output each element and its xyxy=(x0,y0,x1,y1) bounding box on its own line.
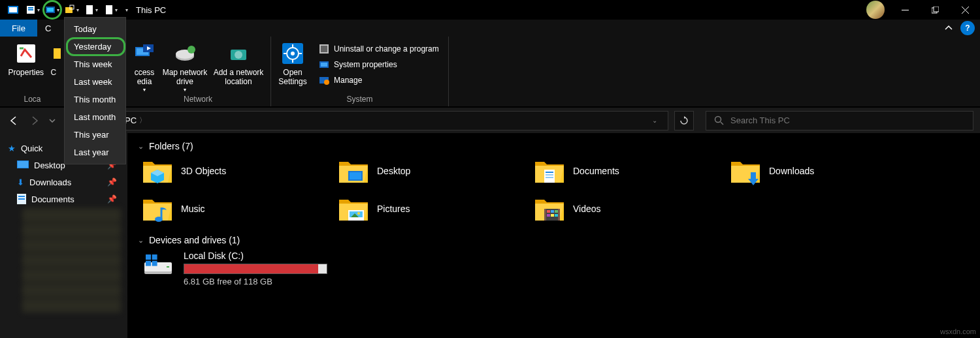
search-icon xyxy=(714,115,724,125)
drives-section-header[interactable]: ⌄ Devices and drives (1) xyxy=(138,235,970,245)
sidebar-item-downloads[interactable]: ⬇ Downloads 📌 xyxy=(8,174,125,191)
folder-icon xyxy=(338,157,369,185)
dropdown-item-today[interactable]: Today xyxy=(65,20,125,38)
folder-music[interactable]: Music xyxy=(142,194,338,223)
collapse-ribbon-button[interactable] xyxy=(939,20,958,37)
svg-point-26 xyxy=(235,51,242,59)
qat-properties-icon[interactable]: ▾ xyxy=(24,1,42,18)
sidebar-item-documents[interactable]: Documents 📌 xyxy=(8,191,125,207)
tab-computer[interactable]: C xyxy=(37,20,53,37)
folder-pictures[interactable]: Pictures xyxy=(338,194,534,223)
qat-doc1-icon[interactable]: ▾ xyxy=(82,1,101,18)
map-network-drive-button[interactable]: Map network drive ▾ xyxy=(162,40,208,93)
map-drive-icon xyxy=(173,42,197,65)
dropdown-item-this-month[interactable]: This month xyxy=(65,91,125,108)
search-placeholder: Search This PC xyxy=(730,115,790,125)
pin-icon: 📌 xyxy=(107,194,117,204)
access-media-button[interactable]: ccess edia ▾ xyxy=(129,40,159,93)
help-button[interactable]: ? xyxy=(960,21,975,35)
svg-rect-6 xyxy=(47,8,54,12)
add-network-location-button[interactable]: Add a network location xyxy=(210,40,267,87)
svg-rect-43 xyxy=(18,161,28,168)
download-icon: ⬇ xyxy=(17,177,24,187)
open-settings-button[interactable]: Open Settings xyxy=(275,40,310,87)
forward-button[interactable] xyxy=(27,114,42,128)
chevron-down-icon: ⌄ xyxy=(138,142,144,151)
open-button-partial[interactable]: C xyxy=(51,40,61,77)
svg-rect-65 xyxy=(547,210,550,213)
svg-rect-64 xyxy=(558,209,560,221)
system-properties-button[interactable]: System properties xyxy=(316,57,442,72)
star-icon: ★ xyxy=(8,144,16,153)
svg-rect-46 xyxy=(18,198,25,200)
uninstall-button[interactable]: Uninstall or change a program xyxy=(316,42,442,56)
svg-rect-76 xyxy=(146,261,151,266)
back-button[interactable] xyxy=(7,114,21,128)
watermark: wsxdn.com xyxy=(940,328,976,335)
dropdown-item-last-week[interactable]: Last week xyxy=(65,73,125,91)
quick-access-toolbar: ▾ ▾ ▾ ▾ ▾ ▾ xyxy=(0,1,131,18)
maximize-button[interactable] xyxy=(920,0,950,20)
svg-rect-3 xyxy=(28,7,33,8)
properties-icon xyxy=(14,42,38,65)
folder-desktop[interactable]: Desktop xyxy=(338,157,534,185)
folder-videos[interactable]: Videos xyxy=(534,194,730,223)
folder-documents[interactable]: Documents xyxy=(534,157,730,185)
folders-section-header[interactable]: ⌄ Folders (7) xyxy=(138,141,970,151)
open-icon xyxy=(51,42,61,65)
content-pane: ⌄ Folders (7) 3D Objects Desktop xyxy=(127,133,980,338)
add-location-icon xyxy=(227,42,250,65)
folder-icon xyxy=(142,157,173,185)
svg-rect-54 xyxy=(546,177,553,178)
chevron-down-icon: ⌄ xyxy=(138,236,144,245)
location-group-label: Loca xyxy=(4,95,61,105)
svg-point-57 xyxy=(155,217,163,222)
folder-3d-objects[interactable]: 3D Objects xyxy=(142,157,338,185)
minimize-button[interactable] xyxy=(890,0,920,20)
svg-point-29 xyxy=(291,52,295,55)
properties-label: Properties xyxy=(8,68,44,77)
navigation-bar: PC 〉 ⌄ Search This PC xyxy=(0,107,980,133)
manage-button[interactable]: Manage xyxy=(316,73,442,87)
svg-rect-7 xyxy=(65,7,73,13)
drive-local-disk-c[interactable]: Local Disk (C:) 6.81 GB free of 118 GB xyxy=(142,251,970,286)
folder-downloads[interactable]: Downloads xyxy=(730,157,926,185)
recent-locations-button[interactable] xyxy=(48,114,56,128)
svg-rect-4 xyxy=(28,9,33,10)
drive-usage-bar xyxy=(184,264,327,274)
close-button[interactable] xyxy=(950,0,980,20)
user-avatar-icon[interactable] xyxy=(866,1,885,19)
sidebar-item-redacted xyxy=(22,268,121,283)
qat-doc2-icon[interactable]: ▾ xyxy=(102,1,120,18)
svg-rect-55 xyxy=(751,172,756,179)
dropdown-item-last-month[interactable]: Last month xyxy=(65,108,125,126)
chevron-right-icon[interactable]: 〉 xyxy=(139,115,146,125)
dropdown-item-last-year[interactable]: Last year xyxy=(65,144,125,161)
dropdown-item-this-week[interactable]: This week xyxy=(65,55,125,73)
svg-rect-69 xyxy=(551,214,554,217)
address-bar[interactable]: PC 〉 ⌄ xyxy=(118,111,668,131)
svg-rect-52 xyxy=(546,172,553,173)
svg-point-39 xyxy=(324,80,329,85)
folder-icon xyxy=(534,194,565,223)
svg-rect-10 xyxy=(106,5,112,14)
ribbon-group-location: Properties C Loca xyxy=(0,37,65,106)
qat-customize-icon[interactable]: ▾ xyxy=(122,1,131,18)
dropdown-item-this-year[interactable]: This year xyxy=(65,126,125,144)
properties-button[interactable]: Properties xyxy=(4,40,48,77)
svg-rect-37 xyxy=(321,63,327,67)
drive-usage-fill xyxy=(184,264,318,273)
dropdown-item-yesterday[interactable]: Yesterday xyxy=(65,38,125,55)
tab-file[interactable]: File xyxy=(0,20,37,37)
address-dropdown-icon[interactable]: ⌄ xyxy=(647,117,662,124)
qat-app-icon[interactable] xyxy=(4,1,22,18)
svg-rect-9 xyxy=(86,5,93,14)
ribbon-group-network: ccess edia ▾ Map network drive ▾ Add a n… xyxy=(125,37,271,106)
search-input[interactable]: Search This PC xyxy=(706,111,973,131)
qat-history-icon[interactable]: ▾ xyxy=(43,1,61,18)
folder-icon xyxy=(338,194,369,223)
refresh-button[interactable] xyxy=(674,111,694,131)
folder-icon xyxy=(142,194,173,223)
address-segment[interactable]: PC xyxy=(125,115,137,125)
qat-new-folder-icon[interactable]: ▾ xyxy=(63,1,81,18)
